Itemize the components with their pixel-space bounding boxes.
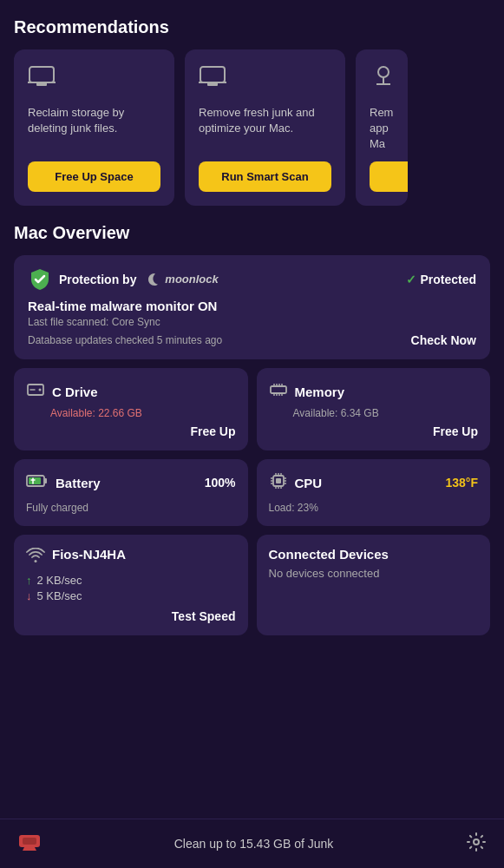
protection-db-update: Database updates checked 5 minutes ago [28,334,222,346]
free-up-space-button[interactable]: Free Up Space [28,161,160,192]
protection-realtime: Real-time malware monitor ON [28,299,476,313]
cpu-header: CPU 138°F [269,471,479,495]
check-icon: ✓ [406,273,416,286]
svg-point-42 [474,839,479,845]
svg-rect-22 [29,477,41,484]
battery-card: Battery 100% Fully charged [14,459,248,526]
connected-devices-status: No devices connected [269,567,479,580]
wifi-devices-section: Fios-NJ4HA ↑ 2 KB/sec ↓ 5 KB/sec Test Sp… [14,535,490,635]
svg-point-6 [378,67,389,77]
svg-rect-3 [200,67,225,82]
svg-point-10 [39,388,42,391]
c-drive-header: C Drive [26,380,236,404]
cpu-title: CPU [295,476,323,490]
rec-card-1-text: Reclaim storage by deleting junk files. [28,105,160,153]
svg-rect-0 [29,67,54,82]
protected-badge: ✓ Protected [406,273,476,286]
cpu-icon [269,471,288,495]
wifi-upload: ↑ 2 KB/sec [26,574,236,587]
memory-title: Memory [295,385,345,399]
connected-devices-card: Connected Devices No devices connected [257,535,491,635]
rec-card-3-icon [370,63,394,93]
svg-rect-2 [36,82,47,86]
app-logo-icon [17,830,42,858]
upload-arrow-icon: ↑ [26,574,32,587]
protection-header: Protection by moonlock ✓ Protected [28,267,476,292]
wifi-card: Fios-NJ4HA ↑ 2 KB/sec ↓ 5 KB/sec Test Sp… [14,535,248,635]
protection-left: Protection by moonlock [28,267,219,292]
recommendations-scroll: Reclaim storage by deleting junk files. … [14,49,490,206]
download-arrow-icon: ↓ [26,589,32,602]
memory-action[interactable]: Free Up [269,424,479,438]
shield-icon [28,267,52,292]
svg-rect-23 [44,478,47,483]
protection-footer: Database updates checked 5 minutes ago C… [28,333,476,347]
svg-rect-5 [207,82,218,86]
c-drive-available: Available: 22.66 GB [50,407,236,419]
memory-icon [269,380,288,404]
bottom-bar: Clean up to 15.43 GB of Junk [0,819,504,868]
cpu-temp: 138°F [445,476,478,490]
svg-rect-27 [276,478,281,483]
rec-card-2-icon [199,63,331,93]
c-drive-card: C Drive Available: 22.66 GB Free Up [14,368,248,450]
test-speed-button[interactable]: Test Speed [26,609,236,623]
battery-percent: 100% [205,476,236,490]
rec-card-partial: RemappMa ... [356,49,408,206]
rec-card-1-icon [28,63,160,93]
drive-memory-grid: C Drive Available: 22.66 GB Free Up [14,368,490,450]
wifi-icon [26,548,45,567]
wifi-download: ↓ 5 KB/sec [26,589,236,602]
memory-available: Available: 6.34 GB [293,407,479,419]
svg-rect-12 [271,386,286,393]
recommendations-title: Recommendations [14,17,490,37]
protection-card: Protection by moonlock ✓ Protected [14,255,490,359]
protection-last-scan: Last file scanned: Core Sync [28,316,476,328]
battery-header: Battery 100% [26,471,236,495]
main-page: Recommendations Reclaim storage by delet… [0,0,504,868]
check-now-button[interactable]: Check Now [411,333,476,347]
connected-devices-title: Connected Devices [269,547,479,562]
mac-overview-section: Mac Overview Protection by [0,214,504,653]
wifi-name: Fios-NJ4HA [52,547,126,562]
battery-status: Fully charged [26,502,236,514]
rec-card-run-smart-scan: Remove fresh junk and optimize your Mac.… [185,49,345,206]
svg-rect-41 [23,838,36,845]
rec-card-3-text: RemappMa [370,105,394,153]
battery-cpu-grid: Battery 100% Fully charged [14,459,490,526]
settings-icon[interactable] [466,832,487,856]
moonlock-logo: moonlock [147,272,218,287]
recommendations-section: Recommendations Reclaim storage by delet… [0,0,504,214]
rec-card-free-up-space: Reclaim storage by deleting junk files. … [14,49,174,206]
rec-card-3-button[interactable]: ... [370,161,408,192]
drive-icon [26,380,45,404]
c-drive-title: C Drive [52,385,98,399]
run-smart-scan-button[interactable]: Run Smart Scan [199,161,331,192]
mac-overview-title: Mac Overview [14,223,490,243]
moonlock-logo-icon [147,272,162,287]
memory-header: Memory [269,380,479,404]
cpu-card: CPU 138°F Load: 23% [257,459,491,526]
battery-title: Battery [56,476,101,490]
cpu-load: Load: 23% [269,502,479,514]
battery-icon [26,471,49,495]
memory-card: Memory Available: 6.34 GB Free Up [257,368,491,450]
protection-by-label: Protection by moonlock [59,272,219,287]
c-drive-action[interactable]: Free Up [26,424,236,438]
bottom-cleanup-text: Clean up to 15.43 GB of Junk [174,837,334,851]
rec-card-2-text: Remove fresh junk and optimize your Mac. [199,105,331,153]
